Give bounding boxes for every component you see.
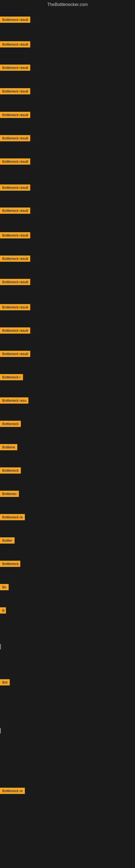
bottleneck-result-item: Bottleneck resu bbox=[0, 397, 28, 405]
bottleneck-label: Bottler bbox=[0, 537, 14, 544]
small-indicator bbox=[0, 644, 1, 649]
bottleneck-label: Bottleneck result bbox=[0, 112, 30, 118]
bottleneck-label: Bottleneck result bbox=[0, 135, 30, 141]
bottleneck-result-item: Bo bbox=[0, 584, 9, 591]
bottleneck-result-item: Bottleneck result bbox=[0, 17, 30, 24]
bottleneck-result-item: Bottleneck result bbox=[0, 232, 30, 240]
bottleneck-label: Bottleneck result bbox=[0, 41, 30, 48]
bottleneck-label: Bo bbox=[0, 584, 9, 590]
bottleneck-label: Bottleneck result bbox=[0, 279, 30, 285]
bottleneck-result-item: Bottleneck result bbox=[0, 304, 30, 311]
bottleneck-label: Bottleneck bbox=[0, 561, 20, 567]
bottleneck-result-item: Bottleneck result bbox=[0, 158, 30, 166]
small-indicator bbox=[0, 728, 1, 734]
bottleneck-result-item: Bottleneck bbox=[0, 561, 20, 568]
bottleneck-label: Bottleneck result bbox=[0, 65, 30, 71]
bottleneck-result-item: Bottleneck r bbox=[0, 374, 23, 381]
bottleneck-label: Bottleneck r bbox=[0, 374, 23, 380]
bottleneck-result-item: Bottler bbox=[0, 537, 14, 545]
bottleneck-label: Bottleneck result bbox=[0, 208, 30, 214]
bottleneck-label: Bottleneck result bbox=[0, 304, 30, 310]
site-title: TheBottlenecker.com bbox=[0, 0, 135, 9]
bottleneck-label: Bottleneck result bbox=[0, 88, 30, 94]
bottleneck-result-item: Bottleneck result bbox=[0, 65, 30, 72]
bottleneck-label: Bottleneck result bbox=[0, 158, 30, 165]
bottleneck-result-item: Bottleneck result bbox=[0, 208, 30, 215]
bottleneck-result-item bbox=[0, 728, 1, 734]
bottleneck-result-item: Bottleneck result bbox=[0, 41, 30, 49]
bottleneck-result-item: Bottleneck bbox=[0, 467, 21, 475]
bottleneck-result-item: Bottleneck bbox=[0, 421, 21, 428]
bottleneck-label: Bottleneck result bbox=[0, 351, 30, 357]
bottleneck-result-item: Bottleneck result bbox=[0, 184, 30, 192]
bottleneck-result-item: Bottleneck re bbox=[0, 514, 25, 521]
bottleneck-label: Bottleneck resu bbox=[0, 397, 28, 404]
bottleneck-result-item: Bottleneck result bbox=[0, 112, 30, 119]
bottleneck-label: Bottleneck result bbox=[0, 17, 30, 23]
bottleneck-result-item: Bottleneck result bbox=[0, 88, 30, 95]
bottleneck-label: Bottlenec bbox=[0, 491, 19, 497]
bottleneck-result-item bbox=[0, 644, 1, 649]
bottleneck-label: B bbox=[0, 607, 6, 614]
bottleneck-result-item: Bottleneck result bbox=[0, 279, 30, 286]
bottleneck-label: Bottleneck re bbox=[0, 514, 25, 520]
bottleneck-label: Bottleneck bbox=[0, 421, 21, 427]
bottleneck-label: Bottleneck bbox=[0, 467, 21, 474]
bottleneck-label: Bottleneck result bbox=[0, 232, 30, 239]
bottleneck-result-item: Bottleneck result bbox=[0, 255, 30, 263]
bottleneck-result-item: Bottleneck result bbox=[0, 351, 30, 358]
bottleneck-result-item: Bottleneck result bbox=[0, 328, 30, 335]
bottleneck-label: Bottleneck result bbox=[0, 255, 30, 262]
bottleneck-label: Bottleneck result bbox=[0, 184, 30, 191]
bottleneck-label: Bottleneck re bbox=[0, 788, 25, 794]
bottleneck-label: Bottleneck result bbox=[0, 328, 30, 334]
bottleneck-label: Bottlene bbox=[0, 444, 17, 450]
bottleneck-result-item: B bbox=[0, 607, 6, 615]
bottleneck-label: Bot bbox=[0, 679, 10, 685]
bottleneck-result-item: Bottlene bbox=[0, 444, 17, 452]
bottleneck-result-item: Bottlenec bbox=[0, 491, 19, 498]
bottleneck-result-item: Bottleneck re bbox=[0, 788, 25, 795]
bottleneck-result-item: Bottleneck result bbox=[0, 135, 30, 143]
bottleneck-result-item: Bot bbox=[0, 679, 10, 686]
